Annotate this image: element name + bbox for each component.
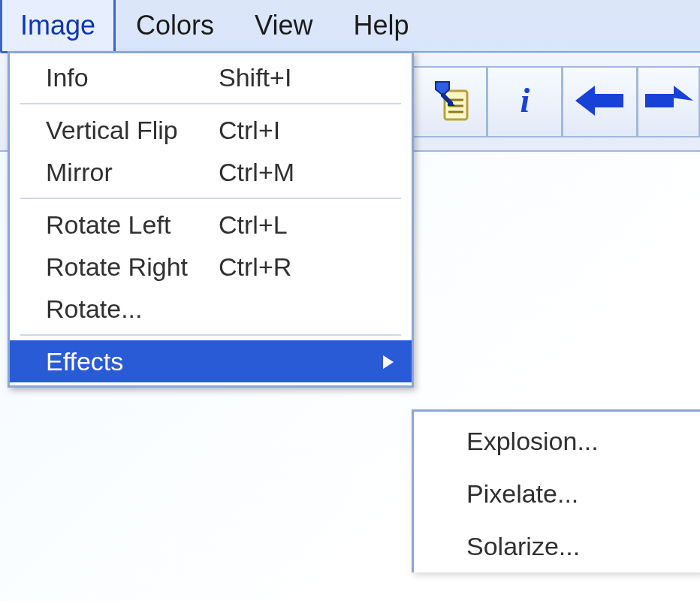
image-menu-dropdown: Info Shift+I Vertical Flip Ctrl+I Mirror… [8,51,414,388]
toolbar-paste-button[interactable] [412,66,487,137]
menu-item-label: Mirror [10,158,219,187]
menu-item-effects[interactable]: Effects [10,340,412,382]
next-icon [642,83,695,121]
info-icon: i [503,79,547,125]
toolbar-next-button[interactable] [637,66,700,137]
svg-rect-5 [645,94,674,107]
menu-item-label: Vertical Flip [10,116,219,145]
submenu-item-label: Solarize... [466,532,580,561]
prev-icon [574,83,626,121]
submenu-arrow-icon [382,347,412,376]
menu-item-label: Rotate... [10,294,219,324]
submenu-item-explosion[interactable]: Explosion... [414,415,700,467]
menu-separator [20,334,401,336]
menu-item-rotate[interactable]: Rotate... [10,288,412,330]
menu-item-rotate-right[interactable]: Rotate Right Ctrl+R [10,246,412,288]
menu-item-accel: Ctrl+I [219,116,382,145]
menu-separator [20,103,401,104]
paste-icon [428,79,472,125]
menu-label: View [255,10,312,41]
menu-item-accel: Ctrl+M [219,158,382,187]
submenu-item-solarize[interactable]: Solarize... [414,520,700,572]
menu-help[interactable]: Help [333,0,429,53]
menu-item-accel: Ctrl+R [219,252,382,282]
menu-bar: Image Colors View Help [0,0,700,53]
app-window: i I [0,0,700,601]
toolbar-prev-button[interactable] [562,66,637,137]
menu-label: Colors [136,10,214,41]
menu-item-rotate-left[interactable]: Rotate Left Ctrl+L [10,204,412,246]
menu-image[interactable]: Image [0,0,116,53]
menu-item-label: Effects [10,347,219,376]
menu-separator [20,198,401,199]
effects-submenu: Explosion... Pixelate... Solarize... [412,409,700,572]
svg-text:i: i [520,81,530,119]
menu-item-label: Rotate Right [10,252,219,282]
submenu-item-label: Explosion... [466,427,599,456]
menu-item-info[interactable]: Info Shift+I [10,56,412,98]
menu-item-vertical-flip[interactable]: Vertical Flip Ctrl+I [10,109,412,151]
toolbar-info-button[interactable]: i [487,66,562,137]
menu-item-label: Info [10,63,219,92]
menu-colors[interactable]: Colors [116,0,234,53]
menu-view[interactable]: View [234,0,333,53]
menu-item-accel: Ctrl+L [219,210,382,240]
menu-item-mirror[interactable]: Mirror Ctrl+M [10,151,412,193]
menu-label: Help [353,10,409,41]
menu-label: Image [20,10,95,41]
menu-item-label: Rotate Left [10,210,219,240]
submenu-item-label: Pixelate... [466,479,578,509]
submenu-item-pixelate[interactable]: Pixelate... [414,467,700,520]
menu-item-accel: Shift+I [219,63,382,92]
